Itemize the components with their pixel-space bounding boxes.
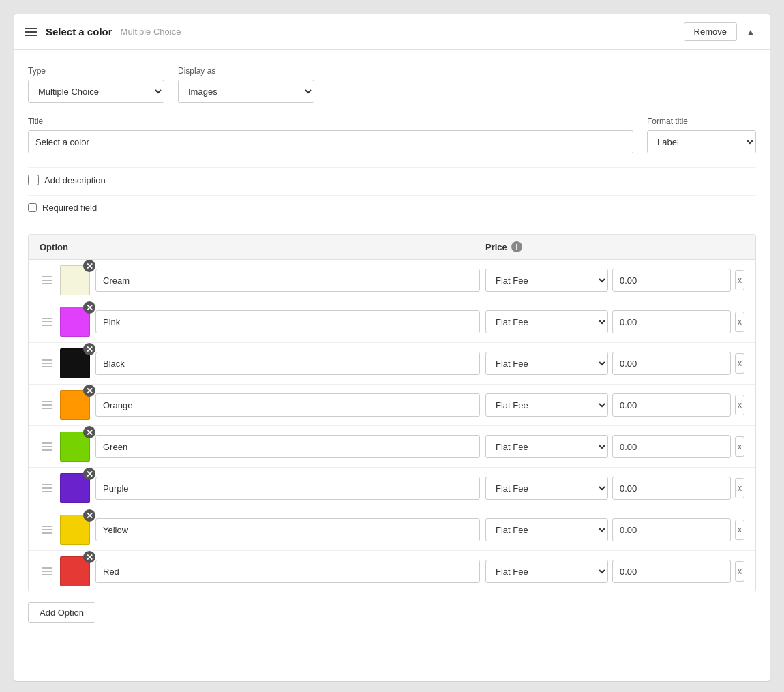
required-field-checkbox[interactable] <box>28 203 37 212</box>
add-description-checkbox[interactable] <box>28 175 39 185</box>
price-type-select[interactable]: Flat Fee Percentage None <box>485 352 608 375</box>
display-field-group: Display as Images Buttons Dropdown <box>178 66 314 103</box>
price-value-input[interactable] <box>612 352 731 375</box>
price-type-select[interactable]: Flat Fee Percentage None <box>485 310 608 333</box>
table-row: ✕ Flat Fee Percentage None x <box>29 426 755 468</box>
option-name-input[interactable] <box>95 477 480 500</box>
drag-handle[interactable] <box>40 398 55 412</box>
remove-swatch-button[interactable]: ✕ <box>83 509 95 522</box>
option-name-input[interactable] <box>95 560 480 583</box>
table-row: ✕ Flat Fee Percentage None x <box>29 260 755 301</box>
table-row: ✕ Flat Fee Percentage None x <box>29 343 755 385</box>
add-option-button[interactable]: Add Option <box>28 602 95 623</box>
color-swatch-wrapper: ✕ <box>60 556 90 586</box>
remove-option-button[interactable]: x <box>735 270 744 290</box>
table-row: ✕ Flat Fee Percentage None x <box>29 385 755 426</box>
format-title-field-group: Format title Label None Bold <box>647 117 756 153</box>
header-left: Select a color Multiple Choice <box>25 26 181 37</box>
remove-option-button[interactable]: x <box>735 520 744 540</box>
remove-option-button[interactable]: x <box>735 478 744 498</box>
col-price-header: Price i <box>485 241 744 252</box>
remove-option-button[interactable]: x <box>735 312 744 332</box>
options-rows-container: ✕ Flat Fee Percentage None x ✕ Flat Fee … <box>29 260 755 592</box>
drag-handle[interactable] <box>40 481 55 495</box>
color-swatch-wrapper: ✕ <box>60 390 90 420</box>
option-name-input[interactable] <box>95 393 480 417</box>
price-type-select[interactable]: Flat Fee Percentage None <box>485 477 608 500</box>
options-table-header: Option Price i <box>29 235 755 260</box>
remove-swatch-button[interactable]: ✕ <box>83 468 95 480</box>
header-title: Select a color <box>46 26 112 37</box>
add-description-label: Add description <box>44 175 106 185</box>
price-section: Flat Fee Percentage None x <box>485 393 744 417</box>
price-value-input[interactable] <box>612 269 731 292</box>
title-field-group: Title <box>28 117 633 153</box>
price-value-input[interactable] <box>612 310 731 333</box>
menu-icon[interactable] <box>25 28 37 36</box>
remove-swatch-button[interactable]: ✕ <box>83 426 95 438</box>
required-field-label: Required field <box>42 202 97 213</box>
header-right: Remove ▲ <box>684 22 759 41</box>
remove-swatch-button[interactable]: ✕ <box>83 301 95 314</box>
table-row: ✕ Flat Fee Percentage None x <box>29 551 755 592</box>
card-header: Select a color Multiple Choice Remove ▲ <box>14 14 770 50</box>
chevron-up-icon[interactable]: ▲ <box>742 24 759 40</box>
display-select[interactable]: Images Buttons Dropdown <box>178 80 314 103</box>
type-select[interactable]: Multiple Choice Single Choice Dropdown <box>28 80 164 103</box>
drag-handle[interactable] <box>40 315 55 329</box>
remove-swatch-button[interactable]: ✕ <box>83 385 95 397</box>
price-type-select[interactable]: Flat Fee Percentage None <box>485 560 608 583</box>
drag-handle[interactable] <box>40 440 55 453</box>
remove-option-button[interactable]: x <box>735 353 744 374</box>
remove-option-button[interactable]: x <box>735 395 744 415</box>
drag-handle[interactable] <box>40 273 55 287</box>
price-section: Flat Fee Percentage None x <box>485 352 744 375</box>
format-title-select[interactable]: Label None Bold <box>647 130 756 153</box>
type-label: Type <box>28 66 164 76</box>
color-swatch-wrapper: ✕ <box>60 307 90 337</box>
price-type-select[interactable]: Flat Fee Percentage None <box>485 435 608 458</box>
price-section: Flat Fee Percentage None x <box>485 310 744 333</box>
price-value-input[interactable] <box>612 435 731 458</box>
title-input[interactable] <box>28 130 633 153</box>
price-section: Flat Fee Percentage None x <box>485 269 744 292</box>
price-value-input[interactable] <box>612 477 731 500</box>
display-label: Display as <box>178 66 314 76</box>
remove-swatch-button[interactable]: ✕ <box>83 260 95 272</box>
option-name-input[interactable] <box>95 352 480 375</box>
remove-swatch-button[interactable]: ✕ <box>83 343 95 355</box>
remove-swatch-button[interactable]: ✕ <box>83 551 95 563</box>
table-row: ✕ Flat Fee Percentage None x <box>29 468 755 509</box>
options-table: Option Price i ✕ Flat Fee Percentage Non… <box>28 234 756 592</box>
price-value-input[interactable] <box>612 560 731 583</box>
color-swatch-wrapper: ✕ <box>60 265 90 295</box>
option-name-input[interactable] <box>95 518 480 541</box>
color-swatch-wrapper: ✕ <box>60 348 90 378</box>
option-name-input[interactable] <box>95 310 480 333</box>
header-subtitle: Multiple Choice <box>121 27 181 37</box>
main-card: Select a color Multiple Choice Remove ▲ … <box>14 14 770 682</box>
remove-option-button[interactable]: x <box>735 561 744 582</box>
price-type-select[interactable]: Flat Fee Percentage None <box>485 393 608 417</box>
drag-handle[interactable] <box>40 523 55 537</box>
remove-option-button[interactable]: x <box>735 436 744 457</box>
price-value-input[interactable] <box>612 393 731 417</box>
required-field-row: Required field <box>28 195 756 220</box>
type-field-group: Type Multiple Choice Single Choice Dropd… <box>28 66 164 103</box>
price-value-input[interactable] <box>612 518 731 541</box>
title-label: Title <box>28 117 633 126</box>
option-name-input[interactable] <box>95 435 480 458</box>
format-title-label: Format title <box>647 117 756 126</box>
price-section: Flat Fee Percentage None x <box>485 518 744 541</box>
title-row: Title Format title Label None Bold <box>28 117 756 153</box>
price-type-select[interactable]: Flat Fee Percentage None <box>485 518 608 541</box>
drag-handle[interactable] <box>40 357 55 370</box>
remove-button[interactable]: Remove <box>684 22 737 41</box>
card-body: Type Multiple Choice Single Choice Dropd… <box>14 50 770 637</box>
drag-handle[interactable] <box>40 565 55 578</box>
price-type-select[interactable]: Flat Fee Percentage None <box>485 269 608 292</box>
option-name-input[interactable] <box>95 269 480 292</box>
color-swatch-wrapper: ✕ <box>60 473 90 503</box>
type-display-row: Type Multiple Choice Single Choice Dropd… <box>28 66 756 103</box>
price-info-icon[interactable]: i <box>511 241 522 252</box>
